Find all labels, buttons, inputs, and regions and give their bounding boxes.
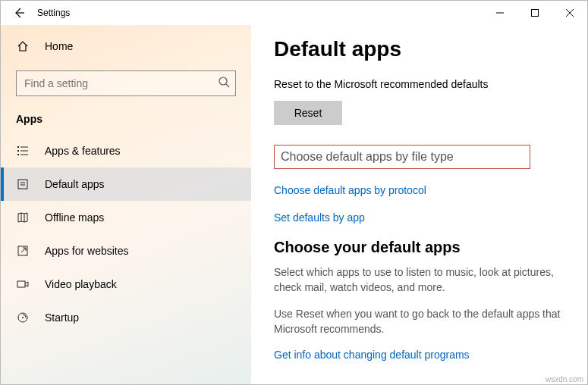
close-icon [566, 9, 574, 17]
minimize-button[interactable] [483, 1, 517, 25]
sidebar-item-label: Offline maps [45, 211, 104, 224]
open-icon [16, 245, 30, 257]
svg-rect-2 [532, 10, 539, 17]
titlebar: Settings [1, 1, 587, 25]
link-get-info[interactable]: Get info about changing default programs [274, 349, 470, 361]
link-set-defaults-by-app[interactable]: Set defaults by app [274, 211, 365, 224]
sidebar-item-default-apps[interactable]: Default apps [1, 167, 251, 201]
home-icon [16, 40, 30, 52]
watermark: wsxdn.com [546, 375, 583, 383]
section-header: Apps [1, 110, 251, 134]
sidebar-item-label: Default apps [45, 178, 105, 190]
sidebar-item-apps-features[interactable]: Apps & features [1, 134, 251, 167]
maximize-icon [531, 9, 539, 17]
svg-point-5 [219, 77, 227, 85]
home-nav[interactable]: Home [1, 30, 251, 63]
home-label: Home [45, 40, 73, 52]
sidebar-item-apps-websites[interactable]: Apps for websites [1, 234, 251, 268]
link-default-by-filetype[interactable]: Choose default apps by file type [274, 145, 530, 169]
svg-rect-9 [17, 154, 19, 155]
list-icon [16, 145, 30, 157]
sidebar-item-label: Video playback [45, 278, 117, 290]
sidebar-item-label: Startup [45, 311, 79, 324]
window-title: Settings [37, 8, 70, 18]
video-icon [16, 278, 30, 290]
search-icon [218, 76, 230, 91]
sidebar-item-startup[interactable]: Startup [1, 301, 251, 334]
description-2: Use Reset when you want to go back to th… [274, 307, 564, 336]
svg-rect-7 [17, 146, 19, 148]
sidebar-item-offline-maps[interactable]: Offline maps [1, 201, 251, 234]
page-title: Default apps [274, 37, 564, 61]
svg-rect-19 [17, 281, 25, 287]
content-pane: Default apps Reset to the Microsoft reco… [251, 25, 587, 384]
arrow-left-icon [13, 7, 25, 19]
sidebar-item-video-playback[interactable]: Video playback [1, 268, 251, 301]
svg-rect-8 [17, 150, 19, 152]
svg-line-6 [226, 84, 229, 87]
sidebar: Home Apps Apps & features Default apps O… [1, 25, 251, 384]
reset-button[interactable]: Reset [274, 101, 342, 125]
defaults-icon [16, 178, 30, 190]
subheading: Choose your default apps [274, 239, 564, 256]
sidebar-item-label: Apps for websites [45, 245, 129, 257]
startup-icon [16, 311, 30, 324]
reset-description: Reset to the Microsoft recommended defau… [274, 78, 564, 90]
svg-point-21 [22, 317, 24, 318]
minimize-icon [496, 9, 504, 17]
back-button[interactable] [7, 1, 31, 25]
map-icon [16, 211, 30, 224]
link-default-by-protocol[interactable]: Choose default apps by protocol [274, 184, 426, 196]
search-input[interactable] [16, 70, 236, 96]
sidebar-item-label: Apps & features [45, 145, 121, 157]
description-1: Select which apps to use to listen to mu… [274, 265, 564, 295]
close-button[interactable] [552, 1, 587, 25]
svg-rect-13 [18, 180, 27, 189]
maximize-button[interactable] [517, 1, 552, 25]
